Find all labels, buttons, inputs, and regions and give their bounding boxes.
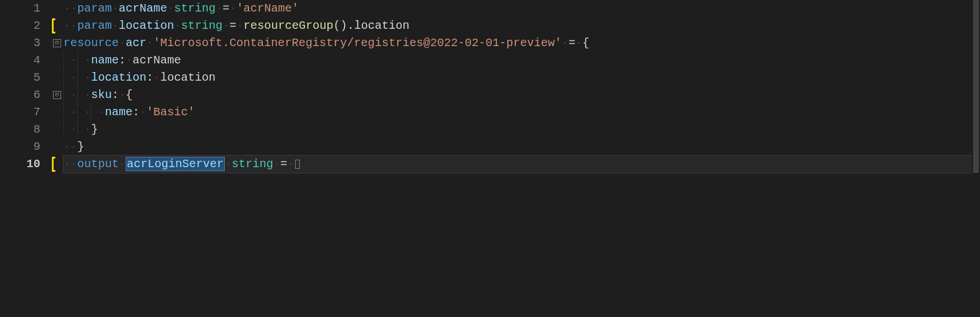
line-number: 4 bbox=[0, 52, 40, 69]
text-cursor bbox=[295, 160, 300, 169]
property-name: location bbox=[91, 71, 146, 84]
type-string: string bbox=[232, 157, 273, 171]
vertical-scrollbar[interactable] bbox=[972, 0, 980, 317]
code-area[interactable]: ··param·acrName·string·=·'acrName' ··par… bbox=[63, 0, 980, 317]
property-name: name bbox=[91, 54, 119, 67]
line-number: 1 bbox=[0, 0, 40, 17]
brace-open: { bbox=[126, 88, 133, 101]
line-number: 7 bbox=[0, 104, 40, 121]
operator-equals: = bbox=[568, 36, 575, 50]
keyword-resource: resource bbox=[63, 36, 119, 50]
bracket-pair-indicator bbox=[52, 18, 55, 33]
line-number-gutter: 1 2 3 4 5 6 7 8 9 10 bbox=[0, 0, 52, 317]
paren-open: ( bbox=[333, 19, 340, 32]
brace-close: } bbox=[77, 140, 84, 153]
line-number: 8 bbox=[0, 121, 40, 138]
line-number: 6 bbox=[0, 86, 40, 104]
type-string: string bbox=[174, 2, 216, 15]
operator-equals: = bbox=[223, 2, 229, 15]
property-name: name bbox=[105, 105, 133, 119]
code-line[interactable]: ···name:·'Basic' bbox=[63, 104, 980, 121]
code-line[interactable]: resource·acr·'Microsoft.ContainerRegistr… bbox=[63, 35, 980, 52]
code-line[interactable]: ··param·acrName·string·=·'acrName' bbox=[63, 0, 980, 17]
keyword-param: param bbox=[77, 19, 112, 32]
colon: : bbox=[119, 54, 126, 67]
keyword-output: output bbox=[77, 157, 119, 171]
line-number: 9 bbox=[0, 138, 40, 156]
brace-open: { bbox=[582, 36, 589, 50]
fold-collapse-icon[interactable]: ⊟ bbox=[53, 39, 61, 47]
line-number: 5 bbox=[0, 69, 40, 86]
line-number: 3 bbox=[0, 35, 40, 52]
colon: : bbox=[146, 71, 153, 84]
line-number-active: 10 bbox=[0, 156, 40, 173]
scrollbar-thumb[interactable] bbox=[973, 0, 979, 173]
code-line-current[interactable]: ··output·acrLoginServer·string·=· bbox=[63, 156, 980, 173]
code-line[interactable]: ··param·location·string·=·resourceGroup(… bbox=[63, 17, 980, 35]
code-line[interactable]: ··name:·acrName bbox=[63, 52, 980, 69]
line-number: 2 bbox=[0, 17, 40, 35]
identifier: acrName bbox=[119, 2, 167, 15]
identifier: acr bbox=[126, 36, 146, 50]
code-line[interactable]: ··} bbox=[63, 121, 980, 138]
selected-identifier: acrLoginServer bbox=[126, 157, 225, 171]
property-value: location bbox=[160, 71, 216, 84]
string-literal: 'Microsoft.ContainerRegistry/registries@… bbox=[153, 36, 561, 50]
bracket-pair-indicator bbox=[52, 157, 55, 172]
type-string: string bbox=[181, 19, 223, 32]
colon: : bbox=[112, 88, 119, 101]
code-editor[interactable]: 1 2 3 4 5 6 7 8 9 10 ⊟ ⊟ ··param·acrName… bbox=[0, 0, 980, 317]
string-literal: 'acrName' bbox=[236, 2, 299, 15]
keyword-param: param bbox=[77, 2, 112, 15]
property-value: acrName bbox=[133, 54, 181, 67]
function-call: resourceGroup bbox=[243, 19, 333, 32]
dot-operator: . bbox=[347, 19, 354, 32]
string-literal: 'Basic' bbox=[146, 105, 195, 119]
identifier: location bbox=[119, 19, 174, 32]
brace-close: } bbox=[91, 123, 98, 136]
code-line[interactable]: ··sku:·{ bbox=[63, 86, 980, 104]
code-line[interactable]: ··location:·location bbox=[63, 69, 980, 86]
colon: : bbox=[133, 105, 140, 119]
fold-column: ⊟ ⊟ bbox=[52, 0, 63, 317]
operator-equals: = bbox=[229, 19, 236, 32]
property-access: location bbox=[354, 19, 409, 32]
fold-collapse-icon[interactable]: ⊟ bbox=[53, 91, 61, 99]
property-name: sku bbox=[91, 88, 112, 101]
operator-equals: = bbox=[280, 157, 287, 171]
code-line[interactable]: ··} bbox=[63, 138, 980, 156]
paren-close: ) bbox=[340, 19, 347, 32]
